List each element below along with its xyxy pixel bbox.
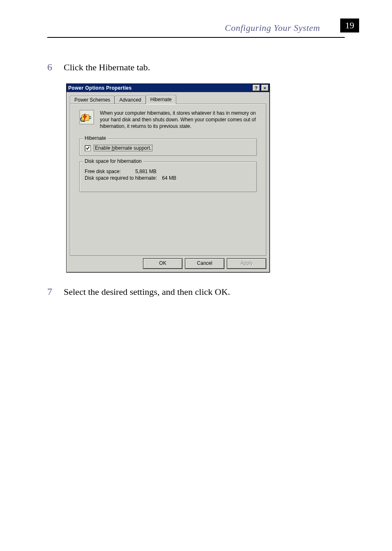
hibernate-fieldset: Hibernate Enable hibernate support. bbox=[79, 139, 257, 156]
page-number: 19 bbox=[340, 19, 359, 32]
tab-power-schemes[interactable]: Power Schemes bbox=[70, 96, 115, 104]
enable-hibernate-label: Enable hibernate support. bbox=[94, 145, 152, 151]
required-disk-value: 64 MB bbox=[162, 175, 176, 181]
enable-hibernate-row[interactable]: Enable hibernate support. bbox=[85, 145, 251, 151]
free-disk-label: Free disk space: bbox=[85, 169, 134, 174]
close-icon: × bbox=[263, 86, 266, 90]
screenshot-container: Power Options Properties ? × Power Schem… bbox=[66, 83, 345, 273]
help-button[interactable]: ? bbox=[252, 84, 260, 91]
tab-hibernate[interactable]: Hibernate bbox=[146, 95, 176, 104]
cancel-button[interactable]: Cancel bbox=[185, 258, 224, 269]
help-icon: ? bbox=[255, 86, 258, 90]
close-button[interactable]: × bbox=[261, 84, 269, 91]
checkmark-icon bbox=[85, 146, 90, 150]
enable-hibernate-checkbox[interactable] bbox=[85, 145, 91, 151]
step-6-row: 6 Click the Hibernate tab. bbox=[47, 60, 345, 74]
dialog-title: Power Options Properties bbox=[68, 85, 251, 91]
svg-rect-2 bbox=[89, 116, 91, 117]
power-plug-icon bbox=[79, 110, 94, 125]
step-text: Click the Hibernate tab. bbox=[64, 60, 150, 74]
section-title: Configuring Your System bbox=[225, 23, 320, 33]
page-header: Configuring Your System 19 bbox=[47, 21, 345, 38]
tab-panel-hibernate: When your computer hibernates, it stores… bbox=[70, 104, 266, 256]
step-number: 6 bbox=[47, 60, 64, 74]
apply-button: Apply bbox=[227, 258, 266, 269]
step-7-row: 7 Select the desired settings, and then … bbox=[47, 285, 345, 299]
dialog-body: Power Schemes Advanced Hibernate bbox=[67, 92, 270, 272]
svg-rect-3 bbox=[89, 118, 91, 119]
step-number: 7 bbox=[47, 285, 64, 299]
dialog-titlebar: Power Options Properties ? × bbox=[67, 84, 270, 92]
free-disk-value: 5,881 MB bbox=[135, 169, 156, 174]
required-disk-label: Disk space required to hibernate: bbox=[85, 175, 161, 181]
step-text: Select the desired settings, and then cl… bbox=[64, 285, 230, 299]
required-disk-row: Disk space required to hibernate: 64 MB bbox=[85, 175, 251, 181]
disk-space-fieldset: Disk space for hibernation Free disk spa… bbox=[79, 162, 257, 192]
info-row: When your computer hibernates, it stores… bbox=[79, 110, 257, 130]
disk-space-legend: Disk space for hibernation bbox=[83, 158, 143, 164]
free-disk-row: Free disk space: 5,881 MB bbox=[85, 169, 251, 174]
document-page: Configuring Your System 19 6 Click the H… bbox=[0, 0, 392, 551]
dialog-button-row: OK Cancel Apply bbox=[70, 258, 266, 269]
ok-button[interactable]: OK bbox=[143, 258, 182, 269]
power-options-dialog: Power Options Properties ? × Power Schem… bbox=[66, 83, 270, 273]
tab-advanced[interactable]: Advanced bbox=[115, 96, 145, 104]
hibernate-legend: Hibernate bbox=[83, 135, 108, 141]
info-text: When your computer hibernates, it stores… bbox=[100, 110, 257, 130]
tab-row: Power Schemes Advanced Hibernate bbox=[70, 95, 266, 104]
